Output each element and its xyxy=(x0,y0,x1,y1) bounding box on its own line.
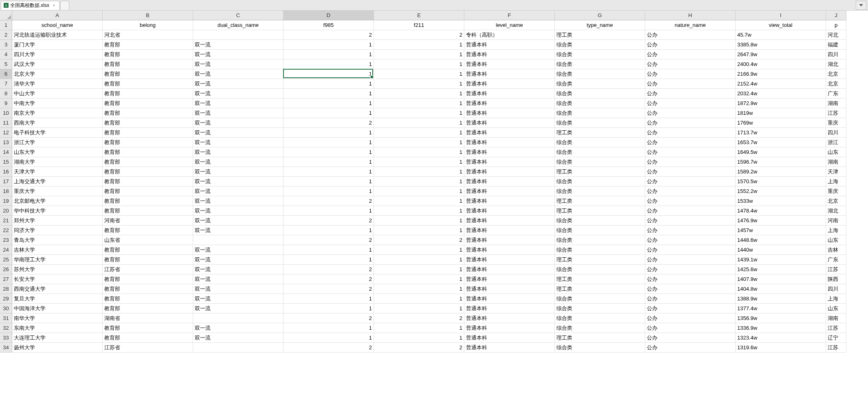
cell-F25[interactable]: 普通本科 xyxy=(464,255,555,265)
cell-F19[interactable]: 普通本科 xyxy=(464,196,555,206)
cell-B25[interactable]: 教育部 xyxy=(103,255,193,265)
row-header-24[interactable]: 24 xyxy=(0,245,12,255)
cell-F34[interactable]: 普通本科 xyxy=(464,343,555,353)
cell-A18[interactable]: 重庆大学 xyxy=(12,186,103,196)
cell-B11[interactable]: 教育部 xyxy=(103,118,193,128)
row-header-32[interactable]: 32 xyxy=(0,323,12,333)
row-header-34[interactable]: 34 xyxy=(0,343,12,353)
cell-D16[interactable]: 1 xyxy=(283,167,374,177)
cell-H12[interactable]: 公办 xyxy=(645,128,736,138)
cell-F16[interactable]: 普通本科 xyxy=(464,167,555,177)
cell-I27[interactable]: 1407.9w xyxy=(736,274,826,284)
row-header-11[interactable]: 11 xyxy=(0,118,12,128)
header-cell-H[interactable]: nature_name xyxy=(645,20,736,30)
cell-C25[interactable]: 双一流 xyxy=(193,255,283,265)
cell-B24[interactable]: 教育部 xyxy=(103,245,193,255)
cell-E25[interactable]: 1 xyxy=(374,255,464,265)
cell-G2[interactable]: 理工类 xyxy=(555,30,645,40)
cell-A3[interactable]: 厦门大学 xyxy=(12,40,103,50)
cell-E15[interactable]: 1 xyxy=(374,157,464,167)
column-header-H[interactable]: H xyxy=(645,11,736,20)
cell-F30[interactable]: 普通本科 xyxy=(464,304,555,313)
cell-E16[interactable]: 1 xyxy=(374,167,464,177)
row-header-8[interactable]: 8 xyxy=(0,89,12,99)
cell-H13[interactable]: 公办 xyxy=(645,138,736,147)
cell-G28[interactable]: 理工类 xyxy=(555,284,645,294)
cell-C5[interactable]: 双一流 xyxy=(193,59,283,69)
row-header-7[interactable]: 7 xyxy=(0,79,12,89)
row-header-18[interactable]: 18 xyxy=(0,186,12,196)
cell-G23[interactable]: 综合类 xyxy=(555,235,645,245)
column-header-E[interactable]: E xyxy=(374,11,464,20)
column-header-B[interactable]: B xyxy=(103,11,193,20)
header-cell-I[interactable]: view_total xyxy=(736,20,826,30)
cell-D5[interactable]: 1 xyxy=(283,59,374,69)
cell-C8[interactable]: 双一流 xyxy=(193,89,283,99)
cell-A26[interactable]: 苏州大学 xyxy=(12,265,103,274)
row-header-9[interactable]: 9 xyxy=(0,99,12,108)
cell-E13[interactable]: 1 xyxy=(374,138,464,147)
cell-A6[interactable]: 北京大学 xyxy=(12,69,103,79)
cell-F4[interactable]: 普通本科 xyxy=(464,50,555,59)
row-header-6[interactable]: 6 xyxy=(0,69,12,79)
cell-B8[interactable]: 教育部 xyxy=(103,89,193,99)
row-header-4[interactable]: 4 xyxy=(0,50,12,59)
cell-H7[interactable]: 公办 xyxy=(645,79,736,89)
row-header-29[interactable]: 29 xyxy=(0,294,12,304)
cell-J29[interactable]: 上海 xyxy=(826,294,846,304)
row-header-22[interactable]: 22 xyxy=(0,226,12,235)
cell-E27[interactable]: 1 xyxy=(374,274,464,284)
cell-E12[interactable]: 1 xyxy=(374,128,464,138)
cell-H29[interactable]: 公办 xyxy=(645,294,736,304)
cell-C6[interactable]: 双一流 xyxy=(193,69,283,79)
cell-I22[interactable]: 1457w xyxy=(736,226,826,235)
cell-D12[interactable]: 1 xyxy=(283,128,374,138)
cell-G20[interactable]: 理工类 xyxy=(555,206,645,216)
cell-A5[interactable]: 武汉大学 xyxy=(12,59,103,69)
cell-F29[interactable]: 普通本科 xyxy=(464,294,555,304)
cell-C27[interactable]: 双一流 xyxy=(193,274,283,284)
cell-G13[interactable]: 综合类 xyxy=(555,138,645,147)
select-all-corner[interactable] xyxy=(0,11,12,20)
cell-E7[interactable]: 1 xyxy=(374,79,464,89)
cell-D32[interactable]: 1 xyxy=(283,323,374,333)
row-header-15[interactable]: 15 xyxy=(0,157,12,167)
column-header-C[interactable]: C xyxy=(193,11,283,20)
cell-D21[interactable]: 2 xyxy=(283,216,374,226)
cell-C11[interactable]: 双一流 xyxy=(193,118,283,128)
cell-F28[interactable]: 普通本科 xyxy=(464,284,555,294)
cell-A19[interactable]: 北京邮电大学 xyxy=(12,196,103,206)
cell-D17[interactable]: 1 xyxy=(283,177,374,186)
cell-F8[interactable]: 普通本科 xyxy=(464,89,555,99)
cell-D27[interactable]: 2 xyxy=(283,274,374,284)
cell-I17[interactable]: 1570.5w xyxy=(736,177,826,186)
cell-D8[interactable]: 1 xyxy=(283,89,374,99)
cell-F22[interactable]: 普通本科 xyxy=(464,226,555,235)
cell-B18[interactable]: 教育部 xyxy=(103,186,193,196)
row-header-17[interactable]: 17 xyxy=(0,177,12,186)
cell-E14[interactable]: 1 xyxy=(374,147,464,157)
cell-G10[interactable]: 综合类 xyxy=(555,108,645,118)
row-header-5[interactable]: 5 xyxy=(0,59,12,69)
cell-J14[interactable]: 山东 xyxy=(826,147,846,157)
cell-E24[interactable]: 1 xyxy=(374,245,464,255)
cell-B30[interactable]: 教育部 xyxy=(103,304,193,313)
cell-A13[interactable]: 浙江大学 xyxy=(12,138,103,147)
header-cell-C[interactable]: dual_class_name xyxy=(193,20,283,30)
cell-D20[interactable]: 1 xyxy=(283,206,374,216)
header-cell-B[interactable]: belong xyxy=(103,20,193,30)
cell-D26[interactable]: 2 xyxy=(283,265,374,274)
cell-H3[interactable]: 公办 xyxy=(645,40,736,50)
cell-H15[interactable]: 公办 xyxy=(645,157,736,167)
cell-F27[interactable]: 普通本科 xyxy=(464,274,555,284)
cell-D24[interactable]: 1 xyxy=(283,245,374,255)
cell-I33[interactable]: 1323.4w xyxy=(736,333,826,343)
cell-G17[interactable]: 综合类 xyxy=(555,177,645,186)
cell-H30[interactable]: 公办 xyxy=(645,304,736,313)
cell-G25[interactable]: 理工类 xyxy=(555,255,645,265)
cell-B26[interactable]: 江苏省 xyxy=(103,265,193,274)
cell-H25[interactable]: 公办 xyxy=(645,255,736,265)
cell-A7[interactable]: 清华大学 xyxy=(12,79,103,89)
cell-H8[interactable]: 公办 xyxy=(645,89,736,99)
cell-A28[interactable]: 西南交通大学 xyxy=(12,284,103,294)
